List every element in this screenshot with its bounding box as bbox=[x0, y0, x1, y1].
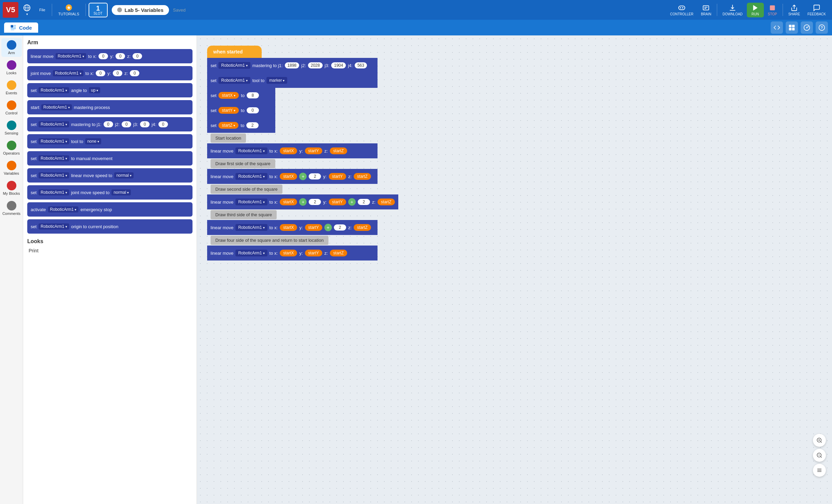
zoom-out-button[interactable] bbox=[813, 449, 826, 462]
canvas-linear-move-1[interactable]: linear move RoboticArm1 ▾ to x: startX y… bbox=[207, 143, 378, 158]
manual-movement-block[interactable]: set RoboticArm1 ▾ to manual movement bbox=[27, 151, 192, 166]
sidebar-item-events[interactable]: Events bbox=[1, 78, 22, 97]
code-view-button[interactable] bbox=[771, 21, 783, 34]
arm-dot bbox=[7, 40, 16, 50]
dashboard-view-button[interactable] bbox=[801, 21, 813, 34]
sidebar-item-variables[interactable]: Variables bbox=[1, 159, 22, 177]
globe-button[interactable]: ▾ bbox=[20, 3, 34, 17]
svg-rect-11 bbox=[705, 8, 707, 9]
events-dot bbox=[7, 80, 16, 90]
project-title-text: Lab 5- Variables bbox=[125, 7, 164, 13]
control-label: Control bbox=[5, 111, 17, 115]
canvas-set-starty[interactable]: set startY ▾ to 0 bbox=[207, 103, 275, 118]
control-dot bbox=[7, 100, 16, 110]
variables-dot bbox=[7, 161, 16, 170]
secondbar: Code ? bbox=[0, 20, 832, 35]
separator bbox=[52, 4, 52, 16]
zoom-reset-button[interactable] bbox=[813, 464, 826, 477]
looks-dot bbox=[7, 60, 16, 70]
svg-text:★: ★ bbox=[67, 5, 71, 10]
run-button[interactable]: RUN bbox=[747, 3, 764, 17]
sidebar-item-arm[interactable]: Arm bbox=[1, 38, 22, 57]
sidebar-item-sensing[interactable]: Sensing bbox=[1, 119, 22, 137]
canvas-linear-move-2[interactable]: linear move RoboticArm1 ▾ to x: startX +… bbox=[207, 169, 378, 184]
svg-rect-15 bbox=[14, 25, 16, 26]
blocks-panel: Arm linear move RoboticArm1 ▾ to x: 0 y:… bbox=[23, 35, 197, 504]
file-button[interactable]: File bbox=[35, 6, 49, 13]
brain-button[interactable]: BRAIN bbox=[697, 3, 715, 17]
sidebar-item-looks[interactable]: Looks bbox=[1, 58, 22, 77]
sidebar-item-operators[interactable]: Operators bbox=[1, 139, 22, 157]
variables-label: Variables bbox=[4, 171, 19, 175]
slot-button[interactable]: 1 SLOT bbox=[89, 3, 108, 17]
set-mastering-block[interactable]: set RoboticArm1 ▾ mastering to j1: 0 j2:… bbox=[27, 117, 192, 131]
code-tab[interactable]: Code bbox=[4, 22, 38, 33]
canvas-set-tool[interactable]: set RoboticArm1 ▾ tool to marker ▾ bbox=[207, 73, 378, 88]
canvas[interactable]: when started set RoboticArm1 ▾ mastering… bbox=[197, 35, 832, 504]
canvas-set-mastering[interactable]: set RoboticArm1 ▾ mastering to j1: 1898 … bbox=[207, 58, 378, 73]
canvas-linear-move-4[interactable]: linear move RoboticArm1 ▾ to x: startX y… bbox=[207, 220, 378, 235]
zoom-controls bbox=[813, 434, 826, 477]
looks-section-title: Looks bbox=[27, 238, 192, 245]
linear-speed-block[interactable]: set RoboticArm1 ▾ linear move speed to n… bbox=[27, 168, 192, 183]
comment-four-side: Draw four side of the square and return … bbox=[211, 236, 328, 245]
svg-point-24 bbox=[806, 27, 807, 28]
block-stack: when started set RoboticArm1 ▾ mastering… bbox=[207, 46, 398, 261]
sidebar-item-control[interactable]: Control bbox=[1, 98, 22, 117]
svg-rect-13 bbox=[770, 5, 775, 10]
main-area: Arm Looks Events Control Sensing Operato… bbox=[0, 35, 832, 504]
sidebar-item-my-blocks[interactable]: My Blocks bbox=[1, 179, 22, 198]
comments-dot bbox=[7, 201, 16, 210]
when-started-block[interactable]: when started bbox=[207, 46, 262, 58]
print-block[interactable]: Print bbox=[27, 248, 192, 253]
canvas-set-startz[interactable]: set startZ ▾ to 2 bbox=[207, 118, 275, 133]
operators-dot bbox=[7, 141, 16, 150]
separator4 bbox=[783, 4, 783, 16]
linear-move-block[interactable]: linear move RoboticArm1 ▾ to x: 0 y: 0 z… bbox=[27, 49, 192, 63]
secondbar-right: ? bbox=[771, 21, 828, 34]
comment-first-side: Draw first side of the square bbox=[211, 159, 275, 168]
svg-rect-14 bbox=[11, 25, 14, 28]
canvas-set-startx[interactable]: set startX ▾ to 8 bbox=[207, 88, 275, 103]
separator2 bbox=[86, 4, 86, 16]
canvas-linear-move-5[interactable]: linear move RoboticArm1 ▾ to x: startX y… bbox=[207, 246, 378, 261]
stop-button[interactable]: STOP bbox=[765, 3, 781, 17]
svg-rect-16 bbox=[14, 27, 16, 28]
comment-second-side: Draw second side of the square bbox=[211, 185, 282, 194]
canvas-linear-move-3[interactable]: linear move RoboticArm1 ▾ to x: startX +… bbox=[207, 194, 398, 209]
svg-rect-19 bbox=[789, 25, 792, 28]
arm-section-title: Arm bbox=[27, 40, 192, 46]
tutorials-button[interactable]: ★ TUTORIALS bbox=[55, 2, 83, 17]
set-origin-block[interactable]: set RoboticArm1 ▾ origin to current posi… bbox=[27, 219, 192, 234]
share-button[interactable]: SHARE bbox=[785, 3, 803, 17]
set-tool-block[interactable]: set RoboticArm1 ▾ tool to none ▾ bbox=[27, 134, 192, 148]
joint-speed-block[interactable]: set RoboticArm1 ▾ joint move speed to no… bbox=[27, 185, 192, 200]
comments-label: Comments bbox=[2, 211, 20, 216]
arm-label: Arm bbox=[8, 51, 15, 55]
emergency-stop-block[interactable]: activate RoboticArm1 ▾ emergency stop bbox=[27, 202, 192, 217]
controller-button[interactable]: CONTROLLER bbox=[667, 3, 697, 17]
sidebar-item-comments[interactable]: Comments bbox=[1, 199, 22, 218]
sensing-dot bbox=[7, 121, 16, 130]
start-mastering-block[interactable]: start RoboticArm1 ▾ mastering process bbox=[27, 100, 192, 114]
svg-marker-12 bbox=[753, 5, 757, 11]
topbar-right-actions: CONTROLLER BRAIN DOWNLOAD RUN STOP SHARE… bbox=[667, 3, 829, 17]
zoom-in-button[interactable] bbox=[813, 434, 826, 447]
joint-move-block[interactable]: joint move RoboticArm1 ▾ to x: 0 y: 0 z:… bbox=[27, 66, 192, 80]
svg-rect-20 bbox=[792, 25, 795, 28]
myblocks-dot bbox=[7, 181, 16, 190]
set-angle-block[interactable]: set RoboticArm1 ▾ angle to up ▾ bbox=[27, 83, 192, 97]
events-label: Events bbox=[6, 91, 17, 95]
svg-line-32 bbox=[820, 456, 821, 457]
help-button[interactable]: ? bbox=[816, 21, 828, 34]
svg-line-28 bbox=[820, 441, 821, 442]
svg-rect-21 bbox=[789, 28, 792, 31]
sidebar: Arm Looks Events Control Sensing Operato… bbox=[0, 35, 23, 504]
blocks-view-button[interactable] bbox=[786, 21, 798, 34]
download-button[interactable]: DOWNLOAD bbox=[719, 3, 746, 17]
looks-label: Looks bbox=[6, 71, 16, 75]
feedback-button[interactable]: FEEDBACK bbox=[804, 3, 829, 17]
myblocks-label: My Blocks bbox=[3, 191, 20, 195]
operators-label: Operators bbox=[3, 151, 20, 155]
project-dot bbox=[117, 7, 122, 12]
